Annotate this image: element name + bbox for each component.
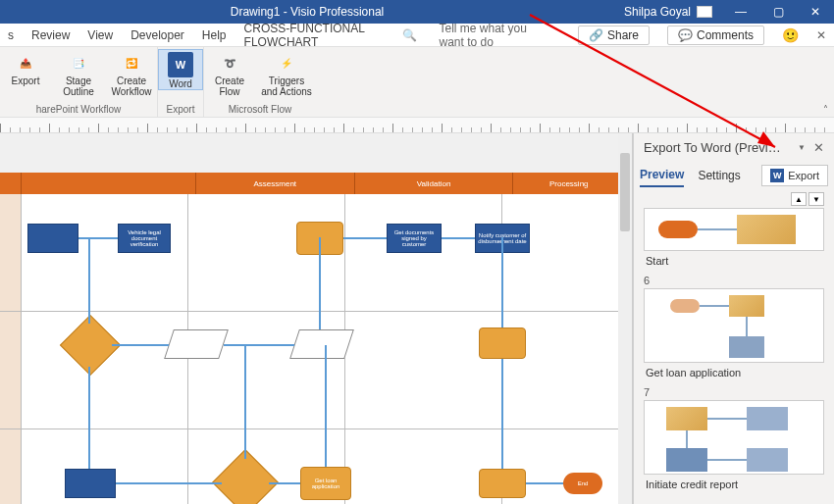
ribbon-create-flow[interactable]: ➰ Create Flow: [204, 49, 255, 97]
process-box[interactable]: [479, 328, 526, 359]
ribbon-export-word[interactable]: W Word: [158, 49, 203, 90]
lane-label: [0, 429, 22, 504]
ribbon-export-sp[interactable]: 📤 Export: [0, 49, 51, 86]
word-icon: W: [168, 52, 193, 77]
flow-icon: ➰: [218, 51, 241, 75]
process-box[interactable]: [27, 224, 78, 253]
preview-thumb: [644, 288, 824, 363]
process-box[interactable]: [479, 469, 526, 498]
tab-review[interactable]: Review: [31, 28, 70, 42]
export-icon: 📤: [14, 51, 37, 75]
drawing-canvas[interactable]: Assessment Validation Processing Vehicle…: [0, 133, 633, 504]
taskpane-header: Export To Word (Previ… ▼ ✕: [634, 133, 834, 161]
preview-thumb: [644, 208, 824, 251]
preview-card[interactable]: Start: [642, 208, 826, 271]
window-title: Drawing1 - Visio Professional: [0, 5, 614, 19]
next-card-button[interactable]: ▼: [808, 192, 824, 206]
preview-caption: Start: [642, 253, 826, 271]
ribbon-create-workflow[interactable]: 🔁 Create Workflow: [106, 49, 157, 97]
tab-partial[interactable]: s: [8, 28, 14, 42]
decision-diamond[interactable]: [69, 324, 112, 367]
word-icon: W: [770, 169, 784, 182]
lane-label: [0, 194, 22, 311]
taskpane-export-button[interactable]: W Export: [761, 165, 828, 186]
phase-col-processing: Processing: [512, 173, 624, 194]
ribbon-group-label: Export: [167, 101, 195, 117]
taskpane-close-button[interactable]: ✕: [809, 140, 828, 155]
tell-me-input[interactable]: Tell me what you want to do: [439, 22, 542, 49]
taskpane-preview-list[interactable]: Start 6 Get loan application 7: [634, 206, 834, 504]
ribbon-close-button[interactable]: ✕: [816, 28, 826, 42]
swimlane-row: Get loan application End: [0, 429, 624, 504]
preview-number: 7: [642, 386, 826, 400]
preview-card[interactable]: 6 Get loan application: [642, 275, 826, 382]
taskpane-dropdown-icon[interactable]: ▼: [798, 143, 806, 152]
feedback-smile-icon[interactable]: 🙂: [782, 27, 799, 43]
taskpane-tabs: Preview Settings W Export: [634, 161, 834, 190]
share-button[interactable]: 🔗Share: [578, 25, 650, 45]
taskpane-title: Export To Word (Previ…: [644, 140, 794, 155]
ribbon-group-label: harePoint Workflow: [36, 101, 122, 117]
phase-col-1: [21, 173, 195, 194]
collapse-ribbon-icon[interactable]: ˄: [823, 104, 828, 115]
data-shape[interactable]: [164, 329, 229, 359]
process-box[interactable]: Get documents signed by customer: [387, 224, 442, 253]
phase-col-assessment: Assessment: [195, 173, 354, 194]
preview-number: 6: [642, 275, 826, 288]
export-word-pane: Export To Word (Previ… ▼ ✕ Preview Setti…: [633, 133, 834, 504]
tab-help[interactable]: Help: [202, 28, 227, 42]
data-shape[interactable]: [289, 329, 354, 359]
preview-card[interactable]: 7 Initiate credit report: [642, 386, 826, 494]
tab-crossfunctional[interactable]: CROSS-FUNCTIONAL FLOWCHART: [244, 22, 386, 49]
ribbon-group-export: W Word Export: [158, 47, 204, 117]
swimlane-row: [0, 312, 624, 429]
process-box[interactable]: Vehicle legal document verification: [118, 224, 171, 253]
swimlane-diagram: Assessment Validation Processing Vehicle…: [0, 173, 624, 504]
prev-card-button[interactable]: ▲: [791, 192, 807, 206]
trigger-icon: ⚡: [275, 51, 298, 75]
ribbon-tabs: s Review View Developer Help CROSS-FUNCT…: [0, 24, 834, 47]
close-window-button[interactable]: ✕: [797, 0, 834, 24]
ribbon-group-sharepoint: 📤 Export 📑 Stage Outline 🔁 Create Workfl…: [0, 47, 158, 117]
ribbon-stage-outline[interactable]: 📑 Stage Outline: [53, 49, 104, 97]
minimize-button[interactable]: —: [722, 0, 759, 24]
comments-button[interactable]: 💬Comments: [667, 25, 764, 45]
ribbon: 📤 Export 📑 Stage Outline 🔁 Create Workfl…: [0, 47, 834, 118]
workflow-icon: 🔁: [120, 51, 143, 75]
main-area: Assessment Validation Processing Vehicle…: [0, 133, 834, 504]
taskpane-tab-settings[interactable]: Settings: [698, 165, 740, 186]
stage-icon: 📑: [67, 51, 90, 75]
canvas-scrollbar[interactable]: [618, 133, 632, 504]
taskpane-tab-preview[interactable]: Preview: [640, 164, 684, 187]
user-name: Shilpa Goyal: [624, 5, 691, 19]
ribbon-group-label: Microsoft Flow: [229, 101, 291, 117]
tab-developer[interactable]: Developer: [130, 28, 184, 42]
tab-view[interactable]: View: [87, 28, 113, 42]
ribbon-triggers[interactable]: ⚡ Triggers and Actions: [257, 49, 316, 97]
user-avatar-icon: [697, 6, 712, 18]
title-bar: Drawing1 - Visio Professional Shilpa Goy…: [0, 0, 834, 24]
swimlane-row: Vehicle legal document verification Get …: [0, 194, 624, 312]
share-icon: 🔗: [589, 28, 603, 42]
preview-caption: Initiate credit report: [642, 477, 826, 494]
decision-diamond[interactable]: [222, 459, 269, 504]
horizontal-ruler: [0, 118, 834, 133]
search-icon: 🔍: [402, 28, 417, 42]
user-account[interactable]: Shilpa Goyal: [614, 5, 722, 19]
taskpane-nav-arrows: ▲ ▼: [634, 190, 834, 206]
lane-label: [0, 312, 22, 428]
ribbon-group-msflow: ➰ Create Flow ⚡ Triggers and Actions Mic…: [204, 47, 316, 117]
preview-thumb: [644, 400, 824, 475]
terminator-end[interactable]: End: [563, 473, 602, 494]
preview-caption: Get loan application: [642, 365, 826, 382]
process-box[interactable]: [65, 469, 116, 498]
phase-col-validation: Validation: [354, 173, 513, 194]
restore-button[interactable]: ▢: [759, 0, 797, 24]
process-box[interactable]: Get loan application: [300, 467, 351, 500]
swimlane-header: Assessment Validation Processing: [0, 173, 624, 194]
comments-icon: 💬: [678, 28, 693, 42]
